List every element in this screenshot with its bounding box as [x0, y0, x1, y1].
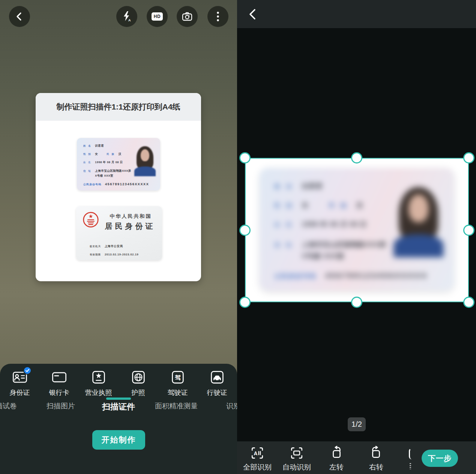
id-back-title: 居民身份证: [100, 221, 160, 231]
id-sex-value: 女: [95, 152, 98, 156]
app-screenshot: A HD 制作: [0, 0, 476, 474]
crop-handle-top-right[interactable]: [463, 152, 474, 164]
id-portrait-photo: [395, 187, 442, 257]
selected-check-icon: [23, 366, 32, 375]
id-birth-value: 1998 年 08 月 08 日: [95, 160, 123, 164]
driver-license-icon: 驾: [170, 369, 186, 386]
doc-type-label: 行驶证: [207, 388, 227, 397]
sample-id-back: 中华人民共和国 居民身份证 签发机关上海市公安局 有效期限2013.02.19-…: [76, 206, 162, 260]
id-issuer-label: 签发机关: [90, 245, 101, 248]
tab-scan-image[interactable]: 扫描图片: [47, 401, 75, 411]
mode-tabs: 描试卷 扫描图片 扫描证件 面积精准测量 识别: [0, 401, 237, 416]
passport-globe-icon: [130, 369, 147, 386]
camera-screen: A HD 制作: [0, 0, 237, 474]
flash-auto-button[interactable]: A: [116, 6, 137, 27]
id-nation-value: 汉: [119, 152, 122, 156]
start-make-button[interactable]: 开始制作: [92, 430, 145, 450]
doc-type-passport[interactable]: 护照: [119, 369, 158, 397]
doc-type-business-license[interactable]: 营业执照: [79, 369, 118, 397]
captured-id-image: 姓 名识君君 性 别女 民 族汉 出 生1998 年 08 月 08 日 住 址…: [260, 168, 454, 291]
tool-label: 全部识别: [243, 462, 272, 472]
tool-label: 右转: [369, 462, 383, 472]
bottom-panel: 身份证 银行卡: [0, 364, 237, 474]
national-emblem-icon: [82, 211, 99, 230]
id-portrait-photo: [135, 146, 155, 176]
clipped-tool-icon[interactable]: [409, 448, 414, 459]
crop-handle-bottom-right[interactable]: [463, 297, 474, 308]
id-valid-label: 有效期限: [90, 253, 101, 256]
doc-type-id-card[interactable]: 身份证: [0, 369, 39, 397]
doc-type-label: 护照: [132, 388, 145, 397]
recognize-all-button[interactable]: A 全部识别: [239, 446, 276, 472]
svg-text:驾: 驾: [174, 374, 180, 381]
id-addr-line1: 上海市宝山区陆翔路XXX弄: [95, 169, 131, 172]
sample-id-front: 姓 名识君君 性 别女 民 族汉 出 生1998 年 08 月 08 日 住 址…: [77, 138, 160, 190]
crop-screen: 姓 名识君君 性 别女 民 族汉 出 生1998 年 08 月 08 日 住 址…: [237, 0, 476, 474]
tool-label: 自动识别: [282, 462, 311, 472]
recognize-all-icon: A: [250, 446, 264, 460]
back-button[interactable]: [245, 7, 260, 22]
id-addr-label: 住 址: [83, 170, 92, 173]
doc-type-label: 银行卡: [49, 388, 69, 397]
doc-type-label: 驾驶证: [168, 388, 188, 397]
doc-type-label: 身份证: [10, 388, 30, 397]
rotate-right-icon: [369, 446, 383, 460]
doc-type-driver-license[interactable]: 驾 驾驶证: [158, 369, 197, 397]
doc-type-label: 营业执照: [85, 388, 112, 397]
id-number-value: 456789123456XXXXX: [105, 182, 149, 186]
promo-title: 制作证照扫描件1:1还原打印到A4纸: [36, 93, 201, 121]
crop-handle-mid-left[interactable]: [239, 225, 251, 236]
tab-scan-document[interactable]: 扫描证件: [102, 401, 135, 412]
business-license-icon: [90, 369, 107, 386]
bank-card-icon: [51, 369, 68, 386]
more-options-button[interactable]: [207, 6, 228, 27]
doc-type-vehicle-license[interactable]: 行驶证: [197, 369, 237, 397]
crop-stage: 姓 名识君君 性 别女 民 族汉 出 生1998 年 08 月 08 日 住 址…: [237, 28, 476, 441]
back-button[interactable]: [9, 6, 30, 27]
id-number-label: 公民身份号码: [83, 183, 101, 186]
id-nation-label: 民 族: [107, 153, 115, 156]
more-dots-icon: [216, 11, 219, 22]
tab-scan-test-paper[interactable]: 描试卷: [0, 401, 17, 411]
crop-handle-bottom-center[interactable]: [351, 297, 362, 308]
crop-header: [237, 0, 476, 28]
id-addr-line2: X号楼 XXX室: [95, 174, 113, 177]
rotate-left-icon: [329, 446, 344, 460]
hd-icon: HD: [152, 12, 163, 21]
auto-detect-button[interactable]: 自动识别: [278, 446, 315, 472]
tool-label: 左转: [329, 462, 344, 472]
id-issuer-value: 上海市公安局: [105, 244, 123, 248]
crop-handle-mid-right[interactable]: [463, 225, 474, 236]
rotate-left-button[interactable]: 左转: [318, 446, 355, 472]
id-back-country: 中华人民共和国: [102, 213, 160, 220]
next-step-button[interactable]: 下一步: [422, 450, 458, 467]
camera-flip-button[interactable]: [177, 6, 198, 27]
clipped-tool-label: [410, 463, 411, 469]
doc-type-bank-card[interactable]: 银行卡: [39, 369, 79, 397]
rotate-right-button[interactable]: 右转: [357, 446, 395, 472]
page-indicator-badge: 1/2: [348, 417, 366, 431]
back-chevron-icon: [247, 8, 258, 21]
promo-card: 制作证照扫描件1:1还原打印到A4纸 姓 名识君君 性 别女 民 族汉 出 生1…: [36, 93, 201, 281]
hd-toggle-button[interactable]: HD: [147, 6, 168, 27]
svg-text:A: A: [254, 451, 258, 456]
tab-recognize[interactable]: 识别: [226, 401, 237, 411]
flash-auto-icon: A: [122, 11, 132, 22]
active-tab-indicator: [106, 398, 131, 400]
back-chevron-icon: [15, 12, 24, 21]
tab-area-measure[interactable]: 面积精准测量: [155, 401, 198, 411]
camera-flip-icon: [182, 11, 193, 22]
id-name-value: 识君君: [95, 144, 104, 148]
id-birth-label: 出 生: [83, 161, 92, 164]
svg-text:A: A: [128, 18, 131, 22]
crop-handle-top-center[interactable]: [351, 152, 362, 164]
id-sex-label: 性 别: [83, 153, 92, 156]
auto-detect-icon: [290, 446, 304, 460]
crop-handle-bottom-left[interactable]: [239, 297, 251, 308]
crop-handle-top-left[interactable]: [239, 152, 251, 164]
id-name-label: 姓 名: [83, 144, 92, 148]
vehicle-license-icon: [209, 369, 225, 386]
id-valid-value: 2013.02.19-2023.02.19: [105, 253, 138, 256]
